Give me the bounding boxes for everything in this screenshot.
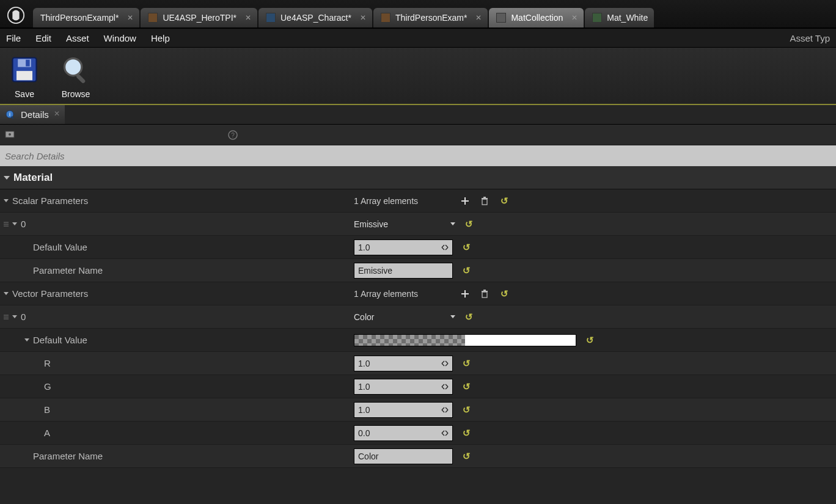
browse-label: Browse: [62, 89, 90, 99]
channel-r-input[interactable]: 1.0: [354, 356, 453, 371]
svg-rect-23: [483, 290, 486, 291]
clear-array-button[interactable]: [479, 195, 491, 207]
reset-button[interactable]: ↺: [460, 357, 472, 370]
details-filter-row: ?: [0, 125, 836, 145]
toolbar: Save Browse: [0, 48, 836, 105]
close-icon[interactable]: ✕: [571, 13, 578, 22]
close-icon[interactable]: ✕: [475, 13, 482, 22]
channel-b-input[interactable]: 1.0: [354, 402, 453, 418]
expand-arrow-icon[interactable]: [4, 199, 9, 202]
channel-g-input[interactable]: 1.0: [354, 379, 453, 395]
menu-window[interactable]: Window: [104, 33, 136, 43]
reset-button[interactable]: ↺: [584, 334, 596, 346]
row-vector-param-name: Parameter Name Color ↺: [0, 445, 836, 468]
svg-rect-2: [16, 71, 32, 80]
asset-icon: [592, 13, 602, 23]
struct-name: Emissive: [354, 219, 388, 229]
color-swatch[interactable]: [354, 334, 576, 346]
svg-rect-16: [482, 199, 487, 205]
add-element-button[interactable]: [459, 288, 471, 300]
menu-edit[interactable]: Edit: [35, 33, 51, 43]
array-index-label: 0: [21, 219, 26, 229]
editor-tab-bar: ThirdPersonExampl* ✕ UE4ASP_HeroTPI* ✕ U…: [0, 0, 836, 28]
add-element-button[interactable]: [459, 195, 471, 207]
menu-file[interactable]: File: [6, 33, 21, 43]
svg-point-5: [65, 59, 82, 76]
reset-button[interactable]: ↺: [460, 427, 472, 439]
expand-arrow-icon[interactable]: [4, 292, 9, 295]
channel-a-label: A: [44, 428, 50, 438]
array-index-label: 0: [21, 312, 26, 322]
spinner-icon: [441, 244, 449, 251]
tab-matcollection[interactable]: MatCollection ✕: [489, 8, 584, 27]
svg-text:i: i: [9, 111, 10, 117]
tab-ue4asp-character[interactable]: Ue4ASP_Charact* ✕: [258, 8, 372, 27]
color-preview: [465, 334, 576, 346]
reset-button[interactable]: ↺: [498, 288, 510, 300]
expand-arrow-icon[interactable]: [24, 338, 29, 341]
spinner-icon: [441, 360, 449, 367]
reset-button[interactable]: ↺: [463, 218, 475, 230]
view-options-icon[interactable]: [5, 130, 16, 141]
reset-button[interactable]: ↺: [498, 195, 510, 207]
expand-arrow-icon[interactable]: [12, 222, 17, 225]
close-icon[interactable]: ✕: [127, 13, 133, 22]
reset-button[interactable]: ↺: [460, 265, 472, 277]
reset-button[interactable]: ↺: [460, 241, 472, 254]
menu-asset[interactable]: Asset: [66, 33, 89, 43]
array-count-label: 1 Array elements: [354, 196, 452, 206]
parameter-name-input[interactable]: Emissive: [354, 263, 453, 279]
row-vector-default-value: Default Value ↺: [0, 329, 836, 352]
chevron-down-icon: [450, 222, 455, 225]
search-input[interactable]: [5, 151, 831, 161]
row-scalar-default-value: Default Value 1.0 ↺: [0, 236, 836, 259]
drag-handle-icon[interactable]: [4, 315, 9, 320]
channel-g-label: G: [44, 381, 51, 392]
tab-label: UE4ASP_HeroTPI*: [163, 13, 237, 23]
close-icon[interactable]: ✕: [54, 109, 60, 118]
input-value: Color: [358, 451, 378, 461]
spinner-icon: [441, 406, 449, 414]
tab-ue4asp-herotpi[interactable]: UE4ASP_HeroTPI* ✕: [141, 8, 257, 27]
svg-text:?: ?: [231, 132, 235, 139]
svg-rect-20: [461, 293, 469, 294]
browse-button[interactable]: Browse: [59, 53, 93, 99]
default-value-label: Default Value: [33, 335, 87, 345]
close-icon[interactable]: ✕: [360, 13, 366, 22]
asset-icon: [266, 13, 276, 23]
struct-dropdown[interactable]: Color: [354, 312, 455, 322]
struct-dropdown[interactable]: Emissive: [354, 219, 455, 229]
tab-mat-white[interactable]: Mat_White: [585, 8, 654, 27]
reset-button[interactable]: ↺: [460, 404, 472, 416]
channel-a-input[interactable]: 0.0: [354, 425, 453, 441]
tab-thirdpersonexam[interactable]: ThirdPersonExam* ✕: [373, 8, 488, 27]
input-value: Emissive: [358, 266, 392, 276]
input-value: 0.0: [358, 428, 370, 438]
reset-button[interactable]: ↺: [463, 311, 475, 323]
reset-button[interactable]: ↺: [460, 381, 472, 393]
clear-array-button[interactable]: [479, 288, 491, 300]
reset-button[interactable]: ↺: [460, 450, 472, 462]
drag-handle-icon[interactable]: [4, 222, 9, 227]
row-vector-g: G 1.0 ↺: [0, 375, 836, 398]
menu-help[interactable]: Help: [151, 33, 170, 43]
chevron-down-icon: [450, 315, 455, 318]
alpha-checker-icon: [354, 334, 465, 346]
parameter-name-input[interactable]: Color: [354, 448, 453, 464]
category-material[interactable]: Material: [0, 166, 836, 189]
svg-rect-21: [482, 292, 487, 298]
tab-label: MatCollection: [511, 13, 563, 23]
help-icon[interactable]: ?: [227, 130, 238, 141]
expand-arrow-icon[interactable]: [12, 315, 17, 318]
row-vector-parameters: Vector Parameters 1 Array elements ↺: [0, 282, 836, 305]
details-tab[interactable]: i Details ✕: [0, 105, 65, 124]
row-scalar-0: 0 Emissive ↺: [0, 213, 836, 236]
struct-name: Color: [354, 312, 374, 322]
default-value-input[interactable]: 1.0: [354, 239, 453, 255]
row-scalar-parameters: Scalar Parameters 1 Array elements ↺: [0, 189, 836, 213]
close-icon[interactable]: ✕: [245, 13, 251, 22]
tab-label: Mat_White: [607, 13, 648, 23]
tab-thirdpersonexample[interactable]: ThirdPersonExampl* ✕: [33, 8, 139, 27]
save-button[interactable]: Save: [7, 53, 42, 99]
browse-icon: [59, 53, 93, 87]
